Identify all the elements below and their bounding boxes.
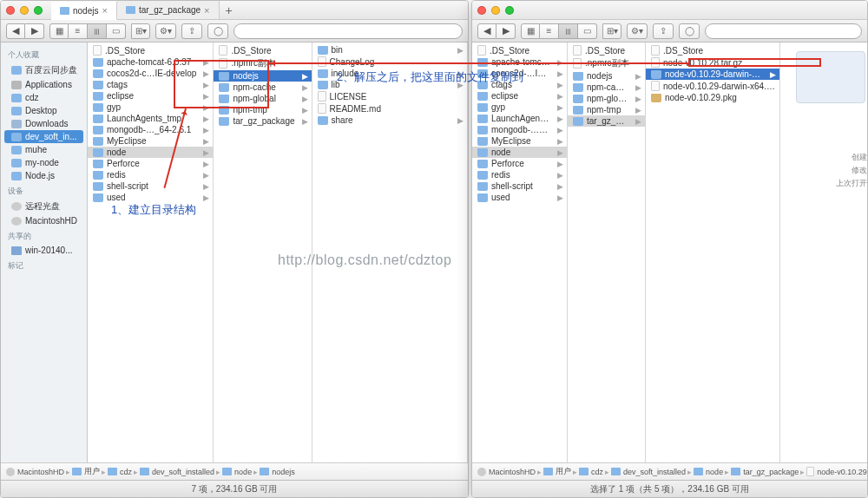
file-row[interactable]: cocos2d-…IE-develop▶ bbox=[472, 68, 567, 79]
sidebar-item[interactable]: dev_soft_in... bbox=[4, 130, 83, 143]
arrange-button[interactable]: ⊞▾ bbox=[602, 23, 621, 39]
file-row[interactable]: node▶ bbox=[88, 147, 213, 158]
close-button[interactable] bbox=[6, 6, 15, 15]
file-row[interactable]: mongodb-…_64-2.6.1▶ bbox=[88, 124, 213, 135]
sidebar-item[interactable]: Node.js bbox=[1, 169, 87, 182]
forward-button[interactable]: ▶ bbox=[25, 23, 44, 39]
sidebar-item[interactable]: cdz bbox=[1, 91, 87, 104]
path-crumb[interactable]: MacintoshHD bbox=[6, 468, 64, 476]
action-button[interactable]: ⚙▾ bbox=[627, 23, 648, 39]
file-row[interactable]: cocos2d-c…IE-develop▶ bbox=[88, 68, 213, 79]
tags-button[interactable]: ◯ bbox=[207, 23, 228, 39]
file-row[interactable]: node▶ bbox=[472, 147, 567, 158]
file-row[interactable]: npm-global▶ bbox=[568, 93, 645, 104]
file-row[interactable]: node-v0.10.29.pkg bbox=[646, 92, 779, 103]
sidebar-item[interactable]: Downloads bbox=[1, 117, 87, 130]
view-list-button[interactable]: ≡ bbox=[540, 23, 559, 39]
file-row[interactable]: share▶ bbox=[312, 115, 467, 126]
columns[interactable]: .DS_Storeapache-tomcat-6.0.37▶cocos2d-c…… bbox=[88, 43, 468, 462]
path-crumb[interactable]: node bbox=[222, 468, 252, 476]
tab-targz[interactable]: tar_gz_package× bbox=[117, 1, 220, 19]
file-row[interactable]: LICENSE bbox=[312, 90, 467, 102]
path-crumb[interactable]: nodejs bbox=[260, 468, 295, 476]
view-column-button[interactable]: ⫼ bbox=[559, 23, 578, 39]
file-row[interactable]: redis▶ bbox=[88, 169, 213, 180]
file-row[interactable]: .DS_Store bbox=[88, 44, 213, 56]
action-button[interactable]: ⚙▾ bbox=[155, 23, 176, 39]
path-crumb[interactable]: dev_soft_installed bbox=[611, 468, 686, 476]
sidebar-item[interactable]: 百度云同步盘 bbox=[1, 62, 87, 78]
file-row[interactable]: nodejs▶ bbox=[568, 70, 645, 82]
minimize-button[interactable] bbox=[20, 6, 29, 15]
tags-button[interactable]: ◯ bbox=[679, 23, 700, 39]
path-crumb[interactable]: tar_gz_package bbox=[731, 468, 799, 476]
path-crumb[interactable]: dev_soft_installed bbox=[140, 468, 214, 476]
file-row[interactable]: eclipse▶ bbox=[472, 90, 567, 102]
file-row[interactable]: bin▶ bbox=[312, 44, 467, 56]
path-bar[interactable]: MacintoshHD▸用户▸cdz▸dev_soft_installed▸no… bbox=[472, 462, 867, 480]
zoom-button[interactable] bbox=[34, 6, 43, 15]
file-row[interactable]: include▶ bbox=[312, 68, 467, 79]
view-cover-button[interactable]: ▭ bbox=[578, 23, 597, 39]
file-row[interactable]: ctags▶ bbox=[88, 79, 213, 90]
sidebar-item[interactable]: MacintoshHD bbox=[1, 214, 87, 227]
view-column-button[interactable]: ⫼ bbox=[88, 23, 107, 39]
file-row[interactable]: Perforce▶ bbox=[472, 158, 567, 169]
path-crumb[interactable]: cdz bbox=[579, 468, 603, 476]
file-row[interactable]: shell-script▶ bbox=[88, 180, 213, 192]
file-row[interactable]: shell-script▶ bbox=[472, 180, 567, 192]
search-input[interactable] bbox=[233, 23, 463, 39]
sidebar-item[interactable]: Applications bbox=[1, 78, 87, 91]
new-tab-button[interactable]: + bbox=[220, 3, 239, 17]
arrange-button[interactable]: ⊞▾ bbox=[131, 23, 150, 39]
view-icon-button[interactable]: ▦ bbox=[49, 23, 69, 39]
view-icon-button[interactable]: ▦ bbox=[521, 23, 540, 39]
file-row[interactable]: npm-tmp▶ bbox=[214, 104, 311, 115]
columns[interactable]: .DS_Storeapache-tomcat-6.0.37▶cocos2d-…I… bbox=[472, 43, 867, 462]
file-row[interactable]: MyEclipse▶ bbox=[472, 135, 567, 147]
path-crumb[interactable]: cdz bbox=[108, 468, 132, 476]
file-row[interactable]: apache-tomcat-6.0.37▶ bbox=[472, 56, 567, 68]
file-row[interactable]: LaunchAgents_tmp▶ bbox=[88, 113, 213, 124]
file-row[interactable]: README.md bbox=[312, 102, 467, 115]
titlebar[interactable]: nodejs× tar_gz_package× + bbox=[1, 1, 468, 20]
close-tab-icon[interactable]: × bbox=[102, 5, 107, 16]
path-crumb[interactable]: node bbox=[694, 468, 723, 476]
file-row[interactable]: .npmrc副本 bbox=[568, 56, 645, 70]
path-crumb[interactable]: 用户 bbox=[72, 466, 100, 477]
file-row[interactable]: mongodb-…_64-2.6.1▶ bbox=[472, 124, 567, 135]
file-row[interactable]: ctags▶ bbox=[472, 79, 567, 90]
file-row[interactable]: tar_gz_package▶ bbox=[214, 115, 311, 127]
share-button[interactable]: ⇪ bbox=[181, 23, 202, 39]
close-tab-icon[interactable]: × bbox=[204, 5, 209, 16]
search-input[interactable] bbox=[705, 23, 862, 39]
path-bar[interactable]: MacintoshHD▸用户▸cdz▸dev_soft_installed▸no… bbox=[1, 462, 468, 480]
zoom-button[interactable] bbox=[505, 6, 514, 15]
minimize-button[interactable] bbox=[491, 6, 500, 15]
file-row[interactable]: nodejs▶ bbox=[214, 70, 311, 82]
sidebar-item[interactable]: win-20140... bbox=[1, 244, 87, 257]
forward-button[interactable]: ▶ bbox=[496, 23, 516, 39]
file-row[interactable]: .DS_Store bbox=[214, 44, 311, 56]
file-row[interactable]: npm-cache▶ bbox=[214, 82, 311, 93]
file-row[interactable]: node-v0.10.28.tar.gz bbox=[646, 56, 779, 69]
file-row[interactable]: .DS_Store bbox=[568, 44, 645, 56]
file-row[interactable]: tar_gz_package▶ bbox=[568, 115, 645, 127]
view-list-button[interactable]: ≡ bbox=[69, 23, 88, 39]
file-row[interactable]: ChangeLog bbox=[312, 56, 467, 68]
file-row[interactable]: npm-tmp▶ bbox=[568, 104, 645, 115]
file-row[interactable]: lib▶ bbox=[312, 79, 467, 90]
share-button[interactable]: ⇪ bbox=[653, 23, 674, 39]
file-row[interactable]: .npmrc副本 bbox=[214, 56, 311, 70]
file-row[interactable]: node-v0.10.29-darwin-x64.tar.gz bbox=[646, 80, 779, 92]
file-row[interactable]: npm-global▶ bbox=[214, 93, 311, 104]
file-row[interactable]: gyp▶ bbox=[472, 102, 567, 113]
file-row[interactable]: npm-cache▶ bbox=[568, 82, 645, 93]
path-crumb[interactable]: 用户 bbox=[543, 466, 571, 477]
file-row[interactable]: MyEclipse▶ bbox=[88, 135, 213, 147]
sidebar-item[interactable]: 远程光盘 bbox=[1, 199, 87, 214]
file-row[interactable]: used▶ bbox=[472, 192, 567, 203]
sidebar-item[interactable]: my-node bbox=[1, 156, 87, 169]
path-crumb[interactable]: node-v0.10.29-darwin-x64.tar.gz bbox=[806, 467, 867, 476]
sidebar-item[interactable]: muhe bbox=[1, 143, 87, 156]
